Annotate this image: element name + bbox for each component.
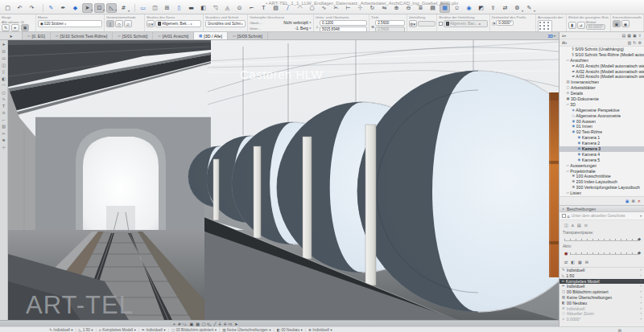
tree-item-00-aussen[interactable]: ◉00 Aussen: [559, 119, 644, 125]
element-snap-icon[interactable]: ▣: [189, 322, 193, 326]
profiled-column-button[interactable]: ▱: [124, 20, 132, 27]
tree-item-3d[interactable]: ▱3D: [559, 102, 644, 108]
roof-tool-icon[interactable]: ◹: [210, 3, 221, 13]
project-chooser-icon[interactable]: ⌂▾: [562, 33, 566, 38]
tree-item-300-verkn-pfungsliste-la[interactable]: ≣300 Verknüpfungsliste Layoutbuch: [559, 185, 644, 191]
arrow-button[interactable]: ▸: [11, 24, 19, 31]
tree-item-ansichten[interactable]: ▱Ansichten: [559, 58, 644, 64]
tree-item-allgemeine-axonometrie[interactable]: ◇Allgemeine Axonometrie: [559, 113, 644, 119]
pick-up-parameters-icon[interactable]: ✒: [58, 3, 68, 13]
tree-item-kamera-4[interactable]: ◉Kamera 4: [559, 152, 644, 158]
bottom-quick-pen-set[interactable]: ✎Individuell▾: [47, 328, 76, 332]
splitter-icon[interactable]: ◧: [571, 260, 575, 264]
slanted-column-button[interactable]: ◇: [115, 20, 123, 27]
slider-thumb-icon[interactable]: ◆: [638, 236, 641, 241]
tree-item-200-index-layoutbuch[interactable]: ≣200 Index-Layoutbuch: [559, 179, 644, 185]
slider-thumb-icon[interactable]: ◆: [638, 250, 641, 255]
snap-guides-icon[interactable]: ⌖: [173, 322, 175, 326]
measure-icon[interactable]: ◆: [70, 3, 80, 13]
tab-s-01-schnitt[interactable]: ▱[S/01 Schnitt]: [113, 32, 153, 39]
dropdown-field[interactable]: ◉020 Stützen▸: [38, 20, 102, 27]
tab-s-10-schnitt-test-r-hre[interactable]: ▱[S/10 Schnitt Test-Röhre]: [51, 32, 113, 39]
pillar-1[interactable]: [213, 159, 219, 220]
camera-icon[interactable]: ◉: [464, 3, 474, 13]
empty-field[interactable]: [418, 21, 436, 27]
beam-tool-icon[interactable]: ▬: [186, 3, 196, 13]
pen-sets-icon[interactable]: ✎▾: [524, 3, 535, 13]
column-tool-icon[interactable]: ▯: [174, 3, 184, 13]
tab-0-eg[interactable]: ▱[0. EG]: [23, 32, 51, 39]
tree-item-kamera-3[interactable]: ◉Kamera 3: [559, 146, 644, 152]
veneer-dropdown[interactable]: Allgemein, Bau…▸: [444, 20, 488, 27]
dropdown-field[interactable]: Grundriss und Schnitt…▸: [205, 20, 246, 27]
marquee-tool-icon[interactable]: ⊡▾: [94, 3, 105, 13]
toolbox-dimension-tool[interactable]: ⌐: [2, 118, 5, 122]
mesh-tool-icon[interactable]: ◬: [222, 3, 233, 13]
story-filter-row[interactable]: ⌂ Unter dem aktuellen Geschoss ▾: [559, 212, 644, 220]
tree-item-arbeitsbl-tter[interactable]: ▢Arbeitsblätter: [559, 85, 644, 91]
quick-option-model-view-options[interactable]: ▢00 Bildschirm optimiert›: [559, 289, 644, 295]
toolbox-split-tool[interactable]: ✂: [2, 132, 5, 136]
crosshair-icon[interactable]: ┼: [218, 322, 221, 326]
quick-option-scale[interactable]: ◺1:50›: [559, 273, 644, 279]
pen-button[interactable]: ✎: [2, 24, 10, 31]
tree-item-details[interactable]: ⊙Details: [559, 91, 644, 96]
toolbox-fill-tool[interactable]: ▨: [2, 125, 6, 129]
gravity-icon[interactable]: ⊥: [184, 322, 187, 326]
value-field-top[interactable]: 0.1200: [320, 20, 367, 26]
linked-story-row-2[interactable]: Unter…-1. Berg▸: [250, 26, 312, 31]
bottom-quick-model-view-options[interactable]: ▢00 Bildschirm optimiert▾: [169, 328, 219, 332]
cursor-snap-icon[interactable]: ✛▾: [223, 322, 226, 326]
toolbox-marquee-tool[interactable]: ⊡: [2, 50, 5, 54]
wall-tool-icon[interactable]: ▭: [138, 3, 148, 13]
new-viewpoint-icon[interactable]: ▣: [625, 199, 630, 203]
toolbox-text-tool[interactable]: T: [2, 105, 5, 109]
map-view-icon[interactable]: ▤: [622, 33, 626, 38]
tree-item-projektinhalte[interactable]: ▱Projektinhalte: [559, 169, 644, 174]
snap-grid-icon[interactable]: #▾: [178, 322, 181, 326]
toolbox-arc-tool[interactable]: ◠: [2, 84, 5, 88]
tree-item-kamera-2[interactable]: ◉Kamera 2: [559, 141, 644, 146]
toolbox-column-tool[interactable]: ▯: [2, 70, 5, 74]
angle-field[interactable]: 0.0000°: [496, 20, 514, 26]
refresh-icon[interactable]: ↻: [633, 40, 636, 45]
toolbox-zoom-tool[interactable]: ⊕: [2, 138, 5, 142]
quick-option-dimensions[interactable]: ≣Individuell›: [559, 306, 644, 312]
tree-item-01-innen[interactable]: ◉01 Innen: [559, 124, 644, 129]
gear-button[interactable]: ⚙▾: [409, 20, 417, 27]
bottom-quick-renovation-filter[interactable]: ◧00 Neubau▾: [275, 328, 305, 332]
door-tool-icon[interactable]: ◫: [150, 3, 160, 13]
value-field-top[interactable]: 2.5600: [375, 20, 404, 26]
delete-viewpoint-icon[interactable]: ✕: [638, 199, 641, 203]
linked-story-row-1[interactable]: Oberk…Nicht verknüpft▸: [250, 20, 312, 26]
object-tool-icon[interactable]: ⊙: [234, 3, 245, 13]
material-dropdown[interactable]: Allgemein, Bek…▸: [155, 20, 201, 27]
tree-item-a-03-ansicht-modell-auto[interactable]: ▰A/03 Ansicht (Modell automatisch wieder…: [559, 74, 644, 80]
relative-coords-icon[interactable]: ◺: [208, 322, 212, 326]
new-document-icon[interactable]: ▢: [2, 3, 13, 13]
toolbox-move-tool[interactable]: ⊹: [2, 146, 5, 150]
slab-tool-icon[interactable]: ◧: [198, 3, 208, 13]
parameter-transfer-icon[interactable]: ✎: [46, 3, 56, 13]
layout-book-icon[interactable]: ▣: [633, 33, 637, 38]
publish-icon[interactable]: ⇪: [488, 3, 498, 13]
tree-item-100-ausschnittliste[interactable]: ≣100 Ausschnittliste: [559, 174, 644, 179]
lasso-select-icon[interactable]: ◺▾: [106, 3, 117, 13]
tree-options-icon[interactable]: ⊞▾: [562, 40, 567, 45]
quick-option-pen-set-view[interactable]: ✒Individuell›: [559, 284, 644, 289]
selection-button[interactable]: ▣: [21, 24, 29, 31]
tab-pointer-icon[interactable]: ➤: [0, 32, 23, 39]
viewport-3d[interactable]: Castoren HLW ART-TEL: [8, 40, 559, 320]
new-folder-icon[interactable]: ▥: [628, 40, 632, 45]
tree-item-auswertungen[interactable]: ▱Auswertungen: [559, 163, 644, 169]
overlay-icon[interactable]: ▦: [578, 260, 582, 264]
arrow-icon[interactable]: ➤: [234, 322, 237, 326]
story-filter-checkbox[interactable]: [562, 214, 566, 218]
tree-item-innenansichten[interactable]: ▥Innenansichten: [559, 80, 644, 85]
stories-ref-icon[interactable]: ▤: [577, 223, 581, 227]
publisher-icon[interactable]: ⇪: [638, 33, 642, 38]
segment-icon[interactable]: ╱: [213, 322, 216, 326]
tree-item-kamera-1[interactable]: ◉Kamera 1: [559, 135, 644, 141]
toolbox-object-tool[interactable]: ⊙: [2, 111, 5, 115]
quick-option-zoom[interactable]: ○Aktueller Zoom›: [559, 311, 644, 317]
